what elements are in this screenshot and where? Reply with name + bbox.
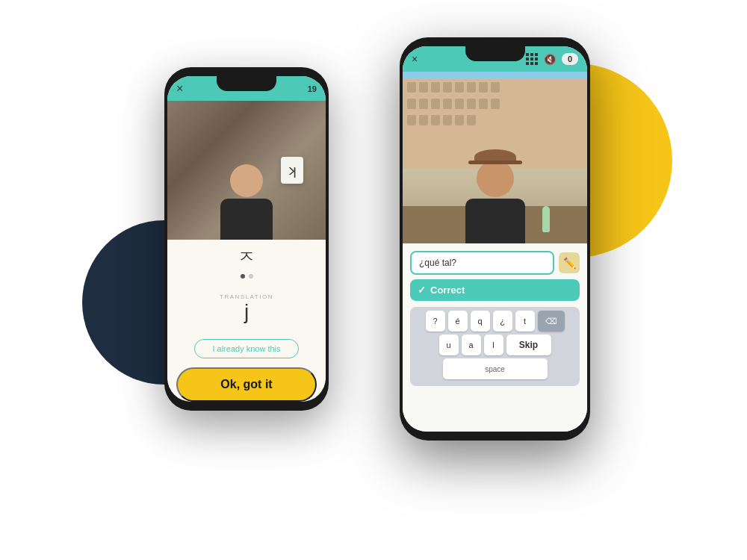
person-body-right (465, 199, 525, 243)
space-key[interactable]: space (443, 358, 548, 379)
person-right (465, 160, 525, 243)
right-screen-content: × (403, 46, 587, 432)
key-inverted-question[interactable]: ¿ (493, 311, 512, 332)
backspace-key[interactable]: ⌫ (538, 311, 565, 332)
window-row-1 (403, 79, 587, 96)
person-body-left (220, 199, 273, 240)
key-e-accent[interactable]: é (448, 311, 468, 332)
window (431, 82, 440, 93)
score-badge: 0 (562, 53, 578, 65)
key-u[interactable]: u (439, 335, 459, 355)
phone-right-notch (465, 46, 525, 61)
grid-dot (535, 62, 538, 65)
key-q[interactable]: q (471, 311, 490, 332)
window-row-3 (403, 112, 587, 128)
window (407, 99, 416, 109)
speaker-mute-icon[interactable]: 🔇 (544, 54, 556, 65)
window (467, 82, 476, 93)
phone-right-screen: × (403, 46, 587, 432)
keyboard-row-2: u a l Skip (414, 335, 576, 355)
input-row: ¿qué tal? ✏️ (410, 251, 580, 275)
dot-2 (249, 274, 253, 279)
window (467, 115, 476, 125)
window (479, 82, 488, 93)
grid-dot (535, 53, 538, 56)
check-icon: ✓ (418, 284, 426, 296)
bottle (542, 206, 550, 232)
key-question[interactable]: ? (426, 311, 445, 332)
window (491, 99, 500, 109)
pencil-button[interactable]: ✏️ (559, 252, 580, 273)
keyboard-area: ? é q ¿ t ⌫ u a l Skip (410, 307, 580, 386)
person-head-right (477, 160, 514, 197)
answer-input[interactable]: ¿qué tal? (410, 251, 554, 275)
window (419, 99, 428, 109)
grid-dot (526, 57, 529, 60)
person-left (220, 164, 273, 240)
card-shape: ʞ (281, 157, 303, 184)
grid-dot (530, 62, 533, 65)
left-screen-content: × 19 ʞ (167, 76, 326, 402)
window (407, 115, 416, 125)
window (407, 82, 416, 93)
phone-left: × 19 ʞ (164, 67, 329, 411)
already-know-button[interactable]: I already know this (194, 339, 299, 358)
scene: × 19 ʞ (37, 19, 710, 541)
card-character: ʞ (288, 162, 297, 178)
person-head-left (230, 164, 263, 197)
person-hat (474, 149, 516, 164)
window (491, 82, 500, 93)
window (419, 82, 428, 93)
window (431, 99, 440, 109)
window-row-2 (403, 96, 587, 112)
window (455, 99, 464, 109)
keyboard-row-1: ? é q ¿ t ⌫ (414, 311, 576, 332)
left-counter: 19 (308, 84, 317, 93)
grid-icon[interactable] (526, 53, 538, 65)
window (431, 115, 440, 125)
window (467, 99, 476, 109)
grid-dot (530, 57, 533, 60)
dot-1 (241, 274, 245, 279)
character-card: ʞ (281, 157, 303, 184)
correct-label: Correct (430, 284, 465, 296)
grid-dot (530, 53, 533, 56)
phone-left-notch (217, 76, 276, 91)
right-video-area (403, 72, 587, 243)
translation-character: j (167, 300, 326, 324)
translation-label: TRANSLATION (167, 293, 326, 300)
page-dots (167, 271, 326, 281)
window (455, 82, 464, 93)
phones-wrapper: × 19 ʞ (149, 37, 598, 523)
right-close-button[interactable]: × (412, 53, 418, 65)
keyboard-row-3: space (414, 358, 576, 379)
window (443, 115, 452, 125)
grid-dot (526, 62, 529, 65)
key-a[interactable]: a (462, 335, 481, 355)
window (419, 115, 428, 125)
korean-character: ㅈ (167, 240, 326, 271)
phone-left-screen: × 19 ʞ (167, 76, 326, 402)
left-video-area: ʞ (167, 101, 326, 240)
ok-got-it-button[interactable]: Ok, got it (176, 367, 317, 402)
translation-section: TRANSLATION j (167, 281, 326, 330)
right-header-icons: 🔇 0 (526, 53, 578, 65)
window (455, 115, 464, 125)
window (443, 82, 452, 93)
skip-button[interactable]: Skip (506, 335, 551, 355)
key-l[interactable]: l (484, 335, 503, 355)
key-t[interactable]: t (515, 311, 535, 332)
left-close-button[interactable]: × (176, 82, 183, 96)
window (479, 99, 488, 109)
correct-bar: ✓ Correct (410, 279, 580, 301)
phone-right: × (400, 37, 590, 441)
window (443, 99, 452, 109)
grid-dot (535, 57, 538, 60)
right-bottom-section: ¿qué tal? ✏️ ✓ Correct ? é (403, 243, 587, 432)
grid-dot (526, 53, 529, 56)
